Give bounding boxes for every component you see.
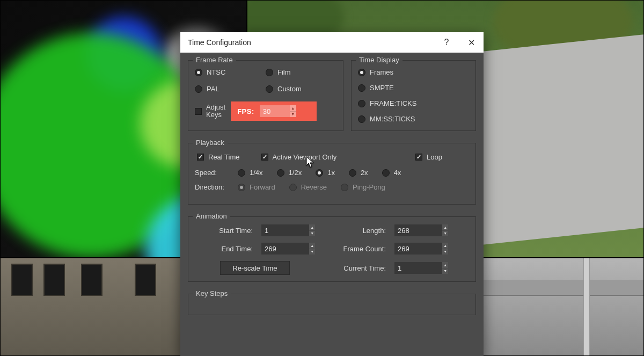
close-button[interactable]: ✕ <box>459 32 484 53</box>
titlebar[interactable]: Time Configuration ? ✕ <box>180 32 484 53</box>
fps-input[interactable] <box>260 105 290 117</box>
time-display-smpte-radio[interactable]: SMPTE <box>358 84 469 92</box>
direction-reverse-radio: Reverse <box>289 183 327 191</box>
spinner-down-icon[interactable]: ▼ <box>442 268 448 274</box>
dialog-title: Time Configuration <box>188 38 434 47</box>
fps-highlight: FPS: ▲ ▼ <box>231 101 317 121</box>
time-display-mmssticks-radio[interactable]: MM:SS:TICKS <box>358 115 469 123</box>
length-input[interactable] <box>394 224 442 236</box>
spinner-down-icon[interactable]: ▼ <box>309 249 315 255</box>
animation-group: Animation Start Time: ▲▼ Length: ▲▼ End … <box>188 216 476 282</box>
speed-quarter-radio[interactable]: 1/4x <box>238 169 263 177</box>
time-display-frames-radio[interactable]: Frames <box>358 68 469 76</box>
adjust-keys-checkbox[interactable]: Adjust Keys <box>195 104 225 119</box>
end-time-input[interactable] <box>261 243 309 255</box>
frame-rate-legend: Frame Rate <box>193 56 236 64</box>
real-time-checkbox[interactable]: Real Time <box>197 153 240 161</box>
radio-label: 1x <box>327 169 335 177</box>
length-spinner[interactable]: ▲▼ <box>394 224 448 236</box>
direction-pingpong-radio: Ping-Pong <box>341 183 385 191</box>
building-window <box>135 264 156 296</box>
spinner-up-icon[interactable]: ▲ <box>309 224 315 231</box>
speed-2x-radio[interactable]: 2x <box>349 169 368 177</box>
current-time-label: Current Time: <box>323 264 387 272</box>
spinner-down-icon[interactable]: ▼ <box>442 249 448 255</box>
close-icon: ✕ <box>468 38 475 48</box>
frame-count-input[interactable] <box>394 243 442 255</box>
loop-checkbox[interactable]: Loop <box>415 153 442 161</box>
current-time-spinner[interactable]: ▲▼ <box>394 262 448 274</box>
time-display-legend: Time Display <box>356 56 402 64</box>
spinner-up-icon[interactable]: ▲ <box>309 243 315 249</box>
frame-rate-custom-radio[interactable]: Custom <box>266 85 336 93</box>
spinner-up-icon[interactable]: ▲ <box>442 262 448 268</box>
speed-label: Speed: <box>195 169 230 177</box>
radio-label: 1/2x <box>289 169 302 177</box>
radio-label: Ping-Pong <box>353 183 385 191</box>
building-window <box>81 264 103 296</box>
time-configuration-dialog: Time Configuration ? ✕ Frame Rate NTSC F… <box>180 32 484 356</box>
radio-label: 2x <box>361 169 368 177</box>
radio-label: Custom <box>277 85 302 93</box>
radio-label: NTSC <box>207 68 225 76</box>
playback-legend: Playback <box>193 139 228 147</box>
speed-1x-radio[interactable]: 1x <box>316 169 335 177</box>
checkbox-label: Real Time <box>208 153 240 161</box>
speed-half-radio[interactable]: 1/2x <box>277 169 302 177</box>
end-time-spinner[interactable]: ▲▼ <box>261 243 315 255</box>
radio-label: Reverse <box>301 183 327 191</box>
end-time-label: End Time: <box>195 245 254 253</box>
frame-rate-ntsc-radio[interactable]: NTSC <box>195 68 266 76</box>
time-display-frameticks-radio[interactable]: FRAME:TICKS <box>358 99 469 107</box>
direction-forward-radio: Forward <box>238 183 275 191</box>
radio-label: PAL <box>207 85 219 93</box>
frame-count-spinner[interactable]: ▲▼ <box>394 243 448 255</box>
spinner-up-icon[interactable]: ▲ <box>442 243 448 249</box>
checkbox-label: Adjust Keys <box>206 104 225 119</box>
key-steps-legend: Key Steps <box>193 289 231 297</box>
start-time-spinner[interactable]: ▲▼ <box>261 224 315 236</box>
start-time-input[interactable] <box>261 224 309 236</box>
checkbox-label: Active Viewport Only <box>273 153 337 161</box>
frame-count-label: Frame Count: <box>323 245 387 253</box>
spinner-down-icon[interactable]: ▼ <box>290 112 296 118</box>
time-display-group: Time Display Frames SMPTE FRAME:TICKS MM… <box>351 60 476 131</box>
radio-label: Film <box>277 68 291 76</box>
spinner-up-icon[interactable]: ▲ <box>290 105 296 112</box>
checkbox-label: Loop <box>427 153 442 161</box>
frame-rate-film-radio[interactable]: Film <box>266 68 336 76</box>
playback-group: Playback Real Time Active Viewport Only … <box>188 143 476 205</box>
fps-label: FPS: <box>237 107 254 115</box>
radio-label: MM:SS:TICKS <box>370 115 415 123</box>
building-window <box>43 264 65 296</box>
direction-label: Direction: <box>195 183 230 191</box>
frame-rate-pal-radio[interactable]: PAL <box>195 85 266 93</box>
spinner-down-icon[interactable]: ▼ <box>442 231 448 237</box>
radio-label: 1/4x <box>250 169 263 177</box>
active-viewport-checkbox[interactable]: Active Viewport Only <box>261 153 337 161</box>
building-window <box>11 264 33 296</box>
rescale-time-button[interactable]: Re-scale Time <box>220 261 289 275</box>
speed-4x-radio[interactable]: 4x <box>382 169 401 177</box>
length-label: Length: <box>323 227 387 235</box>
radio-label: 4x <box>394 169 401 177</box>
question-icon: ? <box>444 38 449 47</box>
key-steps-group: Key Steps <box>188 294 476 315</box>
start-time-label: Start Time: <box>195 227 254 235</box>
radio-label: Frames <box>370 68 393 76</box>
frame-rate-group: Frame Rate NTSC Film PAL Custom Adjust K… <box>188 60 343 131</box>
spinner-up-icon[interactable]: ▲ <box>442 224 448 231</box>
radio-label: Forward <box>250 183 275 191</box>
current-time-input[interactable] <box>394 262 442 274</box>
fps-spinner[interactable]: ▲ ▼ <box>260 105 296 117</box>
help-button[interactable]: ? <box>434 32 459 53</box>
pillar <box>583 258 590 356</box>
animation-legend: Animation <box>193 212 230 220</box>
radio-label: SMPTE <box>370 84 394 92</box>
radio-label: FRAME:TICKS <box>370 99 416 107</box>
spinner-down-icon[interactable]: ▼ <box>309 231 315 237</box>
